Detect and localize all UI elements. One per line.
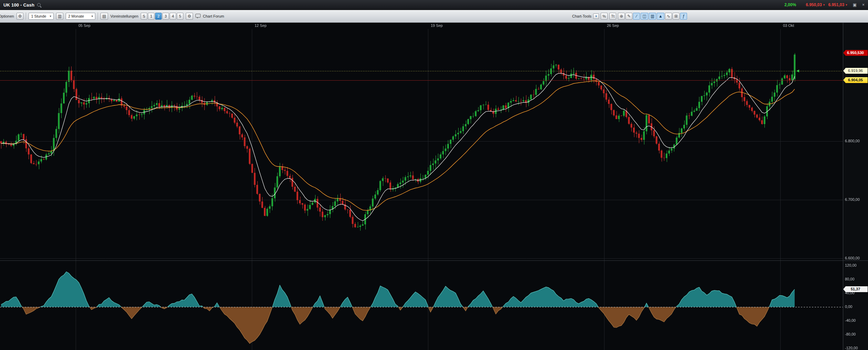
toolbar-left-group: Optionen ⚙ 1 Stunde ▾ ▥ 2 Monate ▾ ▤ Vor… (2, 12, 224, 20)
trendline-icon[interactable]: ∕ (633, 13, 640, 20)
chart-canvas[interactable] (0, 0, 868, 350)
layout-buttons: S12345 (141, 13, 183, 20)
chart-tools-dropdown[interactable]: ▾ (593, 13, 599, 19)
bar-chart-icon[interactable]: ▥ (649, 13, 656, 20)
chart-tools-label: Chart-Tools (572, 14, 591, 18)
line-chart-icon[interactable]: ∿ (665, 13, 672, 20)
candlestick-chart-icon[interactable]: ◫ (641, 13, 648, 20)
toolbar-divider (98, 12, 98, 20)
chart-forum-label[interactable]: Chart Forum (203, 14, 224, 18)
presets-label[interactable]: Voreinstellungen (110, 14, 138, 18)
crosshair-icon[interactable]: ⊕ (618, 13, 625, 20)
chat-icon[interactable] (195, 14, 201, 18)
title-bar: UK 100 - Cash 2,00% 6.950,03 ▾ 6.951,03 … (0, 0, 868, 10)
chevron-down-icon: ▾ (50, 14, 51, 18)
percent-scale-button[interactable]: % (601, 13, 608, 20)
instrument-title: UK 100 - Cash (3, 2, 34, 8)
layout-button-4[interactable]: 4 (170, 13, 176, 20)
text-tool-button[interactable]: Tt (609, 13, 616, 20)
buy-price[interactable]: 6.951,03 (828, 2, 844, 7)
draw-pencil-icon[interactable]: ✎ (625, 13, 632, 20)
layout-button-3[interactable]: 3 (162, 13, 169, 20)
range-value: 2 Monate (68, 14, 84, 18)
layout-button-s[interactable]: S (141, 13, 147, 20)
sell-price[interactable]: 6.950,03 (806, 2, 822, 7)
layout-button-5[interactable]: 5 (177, 13, 183, 20)
sell-arrow-icon: ▾ (823, 3, 825, 7)
close-icon[interactable]: × (862, 2, 865, 7)
chart-toolbar: Optionen ⚙ 1 Stunde ▾ ▥ 2 Monate ▾ ▤ Vor… (0, 10, 868, 23)
range-dropdown[interactable]: 2 Monate ▾ (66, 13, 95, 20)
gear-icon[interactable]: ⚙ (17, 13, 24, 20)
layout-button-1[interactable]: 1 (148, 13, 154, 20)
options-label[interactable]: Optionen (0, 14, 14, 18)
presets-icon[interactable]: ▤ (100, 13, 108, 20)
grid-icon[interactable]: ⊞ (673, 13, 679, 20)
chart-type-icon[interactable]: ▥ (56, 13, 63, 20)
title-bar-left: UK 100 - Cash (3, 2, 41, 8)
popout-icon[interactable]: ▣ (853, 2, 857, 7)
trading-app-window: UK 100 - Cash 2,00% 6.950,03 ▾ 6.951,03 … (0, 0, 868, 350)
area-chart-icon[interactable]: ▲ (657, 13, 664, 20)
chart-tool-icons: ⊕✎∕◫▥▲∿⊞ƒ (618, 13, 687, 20)
change-percent: 2,00% (784, 2, 796, 7)
layout-button-2[interactable]: 2 (155, 13, 162, 20)
toolbar-divider (26, 12, 26, 20)
settings-gear-icon[interactable]: ⚙ (186, 13, 193, 20)
interval-dropdown[interactable]: 1 Stunde ▾ (29, 13, 54, 20)
interval-value: 1 Stunde (31, 14, 46, 18)
title-bar-right: 2,00% 6.950,03 ▾ 6.951,03 ▾ ▣ × (784, 2, 865, 7)
indicators-icon[interactable]: ƒ (680, 13, 687, 20)
toolbar-right-group: Chart-Tools ▾ % Tt ⊕✎∕◫▥▲∿⊞ƒ (572, 10, 687, 22)
chevron-down-icon: ▾ (92, 14, 93, 18)
search-icon[interactable] (37, 3, 41, 7)
buy-arrow-icon: ▾ (846, 3, 847, 7)
